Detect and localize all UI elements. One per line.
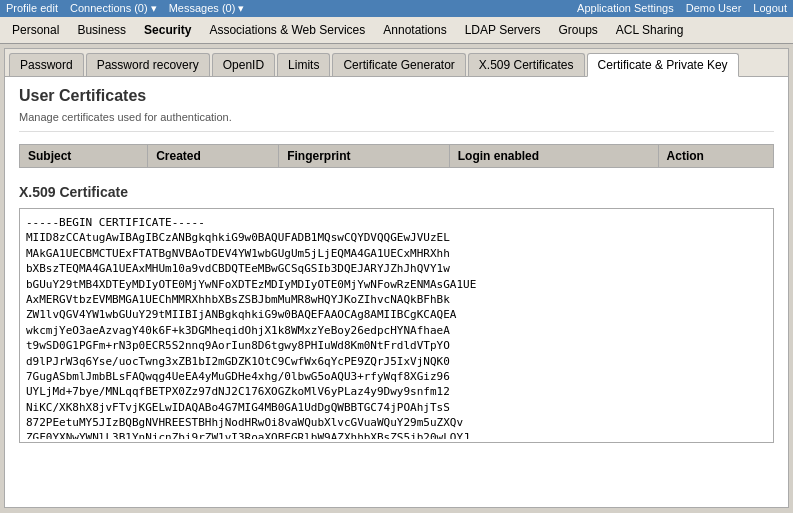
profile-edit-link[interactable]: Profile edit (6, 2, 58, 15)
nav-associations[interactable]: Associations & Web Services (205, 21, 369, 39)
tab-x509[interactable]: X.509 Certificates (468, 53, 585, 76)
nav-security[interactable]: Security (140, 21, 195, 39)
application-settings-link[interactable]: Application Settings (577, 2, 674, 15)
logout-link[interactable]: Logout (753, 2, 787, 15)
col-created: Created (148, 145, 279, 168)
nav-bar: Personal Business Security Associations … (0, 17, 793, 44)
nav-acl[interactable]: ACL Sharing (612, 21, 688, 39)
tab-limits[interactable]: Limits (277, 53, 330, 76)
nav-business[interactable]: Business (73, 21, 130, 39)
page-subtitle: Manage certificates used for authenticat… (19, 111, 774, 132)
top-bar: Profile edit Connections (0) ▾ Messages … (0, 0, 793, 17)
x509-section: X.509 Certificate (19, 184, 774, 443)
nav-personal[interactable]: Personal (8, 21, 63, 39)
cert-table: Subject Created Fingerprint Login enable… (19, 144, 774, 168)
demo-user-label: Demo User (686, 2, 742, 15)
x509-textarea[interactable] (20, 209, 773, 439)
nav-groups[interactable]: Groups (554, 21, 601, 39)
tab-password-recovery[interactable]: Password recovery (86, 53, 210, 76)
top-bar-left: Profile edit Connections (0) ▾ Messages … (6, 2, 244, 15)
top-bar-right: Application Settings Demo User Logout (577, 2, 787, 15)
col-subject: Subject (20, 145, 148, 168)
page-content: User Certificates Manage certificates us… (5, 77, 788, 453)
col-action: Action (658, 145, 773, 168)
connections-link[interactable]: Connections (0) ▾ (70, 2, 157, 15)
page-title: User Certificates (19, 87, 774, 105)
col-login-enabled: Login enabled (449, 145, 658, 168)
x509-title: X.509 Certificate (19, 184, 774, 200)
tab-cert-generator[interactable]: Certificate Generator (332, 53, 465, 76)
col-fingerprint: Fingerprint (279, 145, 450, 168)
tab-cert-private-key[interactable]: Certificate & Private Key (587, 53, 739, 77)
messages-link[interactable]: Messages (0) ▾ (169, 2, 245, 15)
nav-ldap[interactable]: LDAP Servers (461, 21, 545, 39)
x509-textarea-wrapper (19, 208, 774, 443)
tab-openid[interactable]: OpenID (212, 53, 275, 76)
nav-annotations[interactable]: Annotations (379, 21, 450, 39)
tab-bar: Password Password recovery OpenID Limits… (5, 49, 788, 77)
tab-password[interactable]: Password (9, 53, 84, 76)
main-content: Password Password recovery OpenID Limits… (4, 48, 789, 508)
